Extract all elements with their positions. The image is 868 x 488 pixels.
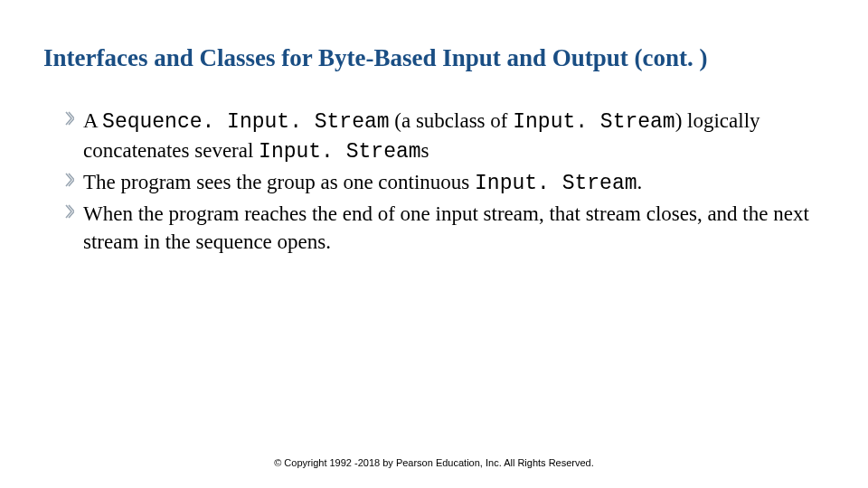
bullet-list: A Sequence. Input. Stream (a subclass of… [65, 107, 814, 258]
list-item-text: A Sequence. Input. Stream (a subclass of… [83, 107, 814, 166]
slide-title: Interfaces and Classes for Byte-Based In… [43, 43, 825, 72]
bullet-marker-icon [65, 108, 74, 128]
bullet-marker-icon [65, 202, 74, 221]
list-item: When the program reaches the end of one … [65, 200, 814, 256]
list-item: The program sees the group as one contin… [65, 168, 814, 198]
copyright-footer: © Copyright 1992 -2018 by Pearson Educat… [0, 457, 868, 468]
list-item-text: The program sees the group as one contin… [83, 168, 814, 198]
slide: Interfaces and Classes for Byte-Based In… [0, 0, 868, 488]
list-item: A Sequence. Input. Stream (a subclass of… [65, 107, 814, 166]
list-item-text: When the program reaches the end of one … [83, 200, 814, 256]
bullet-marker-icon [65, 170, 74, 190]
